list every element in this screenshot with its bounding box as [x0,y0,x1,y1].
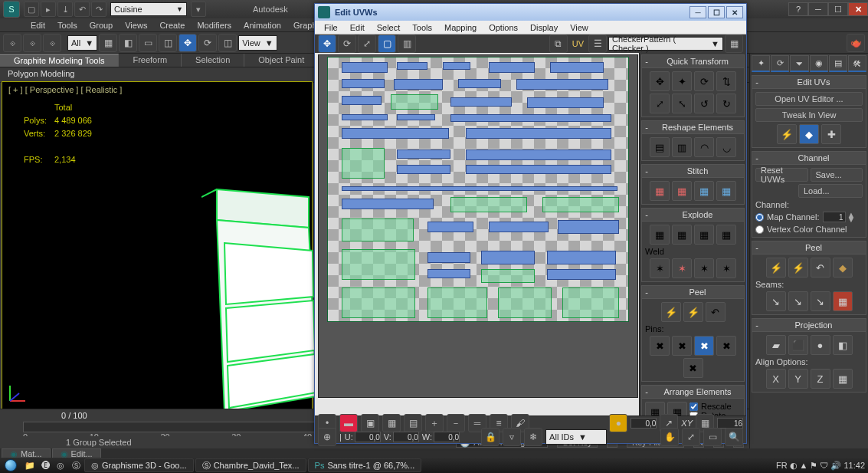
peel-reset-icon[interactable]: ↶ [811,258,830,278]
tray-icon[interactable]: ⚑ [810,461,817,471]
uv-minimize-button[interactable]: ─ [689,6,706,18]
weld-1-icon[interactable]: ✶ [650,258,670,278]
select-name-icon[interactable]: ◧ [119,34,137,52]
bind-icon[interactable]: ⟐ [43,34,61,52]
menu-views[interactable]: Views [119,21,153,30]
uv-grid-icon[interactable]: ☰ [588,34,607,53]
pin-5-icon[interactable]: ✖ [683,358,703,378]
rescale-checkbox[interactable] [689,402,698,411]
v-input[interactable] [393,432,419,442]
menu-tools[interactable]: Tools [51,21,84,30]
ribbon-tab-graphite[interactable]: Graphite Modeling Tools [0,54,119,67]
save-channel-button[interactable]: Save... [811,168,863,182]
sub-element-icon[interactable]: ▦ [382,414,401,432]
lang-indicator[interactable]: FR [776,461,788,470]
seam4-icon[interactable]: ▦ [833,291,853,311]
uv-canvas[interactable] [318,54,638,398]
rollout-header-projection[interactable]: -Projection [752,319,866,332]
scale-icon[interactable]: ◫ [218,34,237,52]
uv-titlebar[interactable]: Edit UVWs ─ ☐ ✕ [315,4,746,21]
tab-motion-icon[interactable]: ◉ [810,55,828,72]
re-straighten-icon[interactable]: ▤ [650,137,670,157]
rollout-header-peel[interactable]: -Peel [752,241,866,255]
move-icon[interactable]: ✥ [179,34,197,52]
link-icon[interactable]: ⟐ [3,34,21,52]
qa-redo-icon[interactable]: ↷ [91,2,106,17]
w-input[interactable] [434,432,460,442]
p-2-icon[interactable]: ⚡ [683,302,703,322]
zoom-icon[interactable]: 🔍 [725,428,743,446]
qt-aligne-icon[interactable]: ✦ [672,71,692,91]
rotate-icon[interactable]: ⟳ [198,34,217,52]
uv-menu-edit[interactable]: Edit [344,23,371,32]
sub-open-icon[interactable]: ▤ [404,414,422,432]
pan-icon[interactable]: ✋ [660,428,679,446]
tab-create-icon[interactable]: ✦ [752,55,770,72]
uv-checker-combo[interactable]: CheckerPattern ( Checker )▼ [608,37,723,51]
uv-maximize-button[interactable]: ☐ [708,6,725,18]
uv-mirror-icon[interactable]: ▥ [398,34,416,53]
menu-create[interactable]: Create [153,21,191,30]
menu-group[interactable]: Group [84,21,120,30]
ql-max-icon[interactable]: Ⓢ [69,458,83,472]
pin-3-icon[interactable]: ✖ [694,336,714,356]
teapot-icon[interactable]: 🫖 [847,34,865,52]
start-button[interactable] [0,458,21,473]
qa-undo-icon[interactable]: ↶ [74,2,90,17]
grid-input[interactable] [717,418,743,429]
uv-move-icon[interactable]: ✥ [318,34,336,53]
abs-icon[interactable]: ⊕ [318,428,336,446]
rot-input[interactable] [631,418,657,429]
pin-2-icon[interactable]: ✖ [672,336,692,356]
re-relax-icon[interactable]: ▥ [672,137,692,157]
uv-menu-view[interactable]: View [564,23,594,32]
ribbon-tab-freeform[interactable]: Freeform [119,54,182,67]
qt-flip-icon[interactable]: ⇅ [716,71,736,91]
close-button[interactable]: ✕ [848,2,868,16]
st-3-icon[interactable]: ▦ [694,181,714,201]
zoom-region-icon[interactable]: ▭ [703,428,722,446]
uv-rotate-icon[interactable]: ⟳ [338,34,356,53]
window-crossing-icon[interactable]: ◫ [159,34,177,52]
rect-select-icon[interactable]: ▭ [139,34,157,52]
task-chrome[interactable]: ◎Graphisme 3D - Goo... [84,458,194,472]
proj-box-icon[interactable]: ◧ [833,335,853,355]
ex-3-icon[interactable]: ▦ [694,225,714,245]
uv-header-reshape[interactable]: -Reshape Elements [642,121,744,134]
menu-edit[interactable]: Edit [25,21,51,30]
uv-scale-icon[interactable]: ⤢ [358,34,376,53]
soft-sel-icon[interactable]: ● [609,414,627,432]
grow-icon[interactable]: ＋ [425,414,444,432]
ex-2-icon[interactable]: ▦ [672,225,692,245]
uv-menu-mapping[interactable]: Mapping [438,23,483,32]
uv-menu-display[interactable]: Display [524,23,564,32]
help-button[interactable]: ? [788,2,808,16]
qt-align-icon[interactable]: ✥ [650,71,670,91]
sub-face-icon[interactable]: ▣ [361,414,379,432]
uv-header-stitch[interactable]: -Stitch [642,165,744,178]
task-ps[interactable]: PsSans titre-1 @ 66,7%... [308,458,422,472]
peel1-icon[interactable]: ⚡ [766,258,786,278]
uv-header-quick[interactable]: -Quick Transform [642,55,744,68]
sub-edge-icon[interactable]: ▬ [339,414,358,432]
ex-4-icon[interactable]: ▦ [716,225,736,245]
ql-explorer-icon[interactable]: 📁 [23,458,37,472]
weld-3-icon[interactable]: ✶ [694,258,714,278]
uv-freeform-icon[interactable]: ▢ [378,34,396,53]
map-channel-radio[interactable] [755,213,764,222]
qa-open-icon[interactable]: ▸ [41,2,56,17]
quickpeel-icon[interactable]: ◆ [799,124,819,144]
scene-combo[interactable]: Cuisine▼ [110,2,187,16]
viewport-label[interactable]: [ + ] [ Perspective ] [ Realistic ] [8,85,122,94]
uv-menu-tools[interactable]: Tools [406,23,438,32]
menu-animation[interactable]: Animation [237,21,287,30]
app-icon[interactable]: S [3,1,20,18]
pin-4-icon[interactable]: ✖ [716,336,736,356]
st-1-icon[interactable]: ▦ [650,181,670,201]
st-2-icon[interactable]: ▦ [672,181,692,201]
reset-uvws-button[interactable]: Reset UVWs [755,168,808,182]
qt-cw-icon[interactable]: ↻ [716,94,736,113]
maximize-button[interactable]: ☐ [828,2,848,16]
uv-menu-select[interactable]: Select [371,23,407,32]
map-channel-input[interactable] [823,212,846,222]
